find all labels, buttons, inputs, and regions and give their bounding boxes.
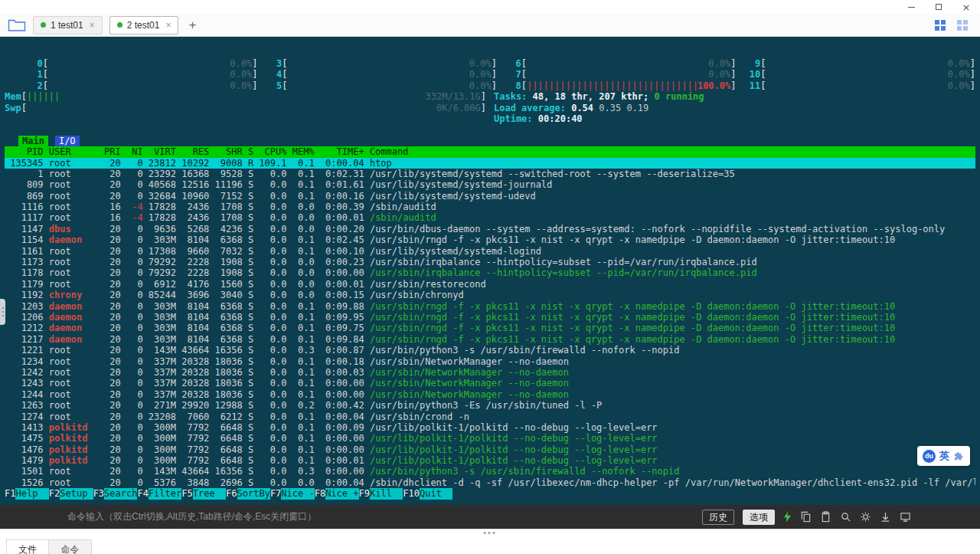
fkey-F9[interactable]: F9 [359,488,370,499]
fkey-label-F1[interactable]: Help [15,488,48,499]
monitor-icon[interactable] [900,511,911,523]
close-button[interactable]: × [952,0,980,14]
meter-value: 0.0% [469,80,492,91]
fkey-label-F2[interactable]: Setup [60,488,93,499]
process-command: /usr/sbin/NetworkManager --no-daemon [370,356,975,367]
process-row-135345[interactable]: 135345 root 20 0 23812 10292 9008 R 109.… [5,158,975,169]
panel-resize-handle[interactable]: ••• [483,529,497,537]
process-row-1173[interactable]: 1173 root 20 0 79292 2228 1908 S 0.0 0.0… [5,257,975,267]
fkey-label-F8[interactable]: Nice + [325,488,358,499]
fkey-label-F10[interactable]: Quit [420,488,452,499]
process-command: /usr/lib/polkit-1/polkitd --no-debug --l… [370,433,975,444]
fkey-F4[interactable]: F4 [137,488,148,499]
process-row-1244[interactable]: 1244 root 20 0 337M 20328 18036 S 0.0 0.… [5,389,975,400]
tab-test01-1[interactable]: 1 test01 × [33,16,103,34]
process-row-1116[interactable]: 1116 root 16 -4 17828 2436 1708 S 0.0 0.… [5,202,975,212]
process-row-1117[interactable]: 1117 root 16 -4 17828 2436 1708 S 0.0 0.… [5,212,975,223]
process-command: /usr/lib/polkit-1/polkitd --no-debug --l… [370,444,975,455]
grid-layout-icon[interactable] [957,20,968,31]
bottom-panel: ••• 文件 命令 [0,529,980,554]
process-row-1274[interactable]: 1274 root 20 0 23208 7060 6212 S 0.0 0.1… [5,411,975,422]
process-row-1234[interactable]: 1234 root 20 0 337M 20328 18036 S 0.0 0.… [5,356,975,367]
process-row-1178[interactable]: 1178 root 20 0 79292 2228 1908 S 0.0 0.0… [5,267,975,278]
sessions-folder-button[interactable] [8,18,26,31]
meter-label: 2 [26,80,43,91]
command-input[interactable]: 命令输入（双击Ctrl切换,Alt历史,Tab路径/命令,Esc关闭窗口） [67,510,316,523]
process-command: /usr/lib/systemd/systemd-logind [370,246,975,257]
fkey-F8[interactable]: F8 [315,488,325,499]
process-command: /sbin/auditd [370,212,975,223]
download-icon[interactable] [880,511,891,523]
tab-close-icon[interactable]: × [90,20,95,31]
process-command: /usr/lib/systemd/systemd-journald [370,179,975,190]
process-row-809[interactable]: 809 root 20 0 40568 12516 11196 S 0.0 0.… [5,179,975,190]
process-row-1147[interactable]: 1147 dbus 20 0 9636 5268 4236 S 0.0 0.0 … [5,224,975,234]
process-row-1212[interactable]: 1212 daemon 20 0 303M 8104 6368 S 0.0 0.… [5,323,975,333]
minimize-button[interactable] [897,0,925,14]
bottom-tab-files[interactable]: 文件 [6,539,49,554]
screen: { "colors": { "terminal_bg": "#0c3e50", … [0,0,980,554]
cpu-meter-7: 7[0.0%] [505,69,737,80]
terminal[interactable]: 0[0.0%] 1[0.0%] 2[0.0%] 3[0.0%] 4[0.0%] … [0,37,980,505]
fkey-F3[interactable]: F3 [93,488,104,499]
fkey-F2[interactable]: F2 [49,488,60,499]
options-button[interactable]: 选项 [743,510,775,525]
process-table-header[interactable]: PID USER PRI NI VIRT RES SHR S CPU% MEM%… [5,146,975,157]
copy-icon[interactable] [800,511,812,523]
history-button[interactable]: 历史 [702,510,734,525]
fkey-label-F6[interactable]: SortBy [237,488,270,499]
bottom-tab-commands[interactable]: 命令 [49,539,92,554]
process-row-1243[interactable]: 1243 root 20 0 337M 20328 18036 S 0.0 0.… [5,378,975,388]
fkey-label-F9[interactable]: Kill [370,488,403,499]
process-row-1242[interactable]: 1242 root 20 0 337M 20328 18036 S 0.0 0.… [5,367,975,378]
process-row-1161[interactable]: 1161 root 20 0 17308 9660 7032 S 0.0 0.1… [5,246,975,257]
process-row-1192[interactable]: 1192 chrony 20 0 85244 3696 3040 S 0.0 0… [5,290,975,300]
process-row-1526[interactable]: 1526 root 20 0 5376 3848 2696 S 0.0 0.0 … [5,477,975,488]
cpu-meter-4: 4[0.0%] [266,69,498,80]
process-command: /usr/sbin/restorecond [370,279,975,290]
search-icon[interactable] [840,511,851,523]
htop-screen-tab-Main[interactable]: Main [18,136,48,146]
left-panel-handle[interactable] [0,299,5,325]
fkey-F6[interactable]: F6 [226,488,237,499]
fkey-label-F5[interactable]: Tree [193,488,226,499]
meter-value: 332M/13.1G [426,91,481,102]
gear-icon[interactable] [860,511,871,523]
fkey-F10[interactable]: F10 [403,488,420,499]
fkey-F7[interactable]: F7 [270,488,281,499]
tab-bar: 1 test01 × 2 test01 × + [0,14,980,37]
htop-screen-tab-I/O[interactable]: I/O [55,136,80,146]
process-row-1217[interactable]: 1217 daemon 20 0 303M 8104 6368 S 0.0 0.… [5,334,975,345]
process-row-1479[interactable]: 1479 polkitd 20 0 300M 7792 6648 S 0.0 0… [5,455,975,466]
process-row-1476[interactable]: 1476 polkitd 20 0 300M 7792 6648 S 0.0 0… [5,444,975,455]
tab-close-icon[interactable]: × [165,20,171,31]
process-row-1413[interactable]: 1413 polkitd 20 0 300M 7792 6648 S 0.0 0… [5,422,975,433]
fkey-label-F3[interactable]: Search [104,488,137,499]
ime-mode-label[interactable]: 英 [939,449,949,463]
fkey-label-F7[interactable]: Nice - [281,488,314,499]
fkey-F1[interactable]: F1 [5,488,15,499]
ime-badge: du 英 [917,446,970,466]
split-screen-icon[interactable] [935,20,946,31]
fkey-F5[interactable]: F5 [181,488,192,499]
process-table: 135345 root 20 0 23812 10292 9008 R 109.… [5,158,975,489]
process-row-869[interactable]: 869 root 20 0 32684 10960 7152 S 0.0 0.1… [5,191,975,202]
puzzle-icon[interactable] [953,451,965,462]
close-icon: × [962,2,971,12]
process-row-1203[interactable]: 1203 daemon 20 0 303M 8104 6368 S 0.0 0.… [5,301,975,312]
process-row-1206[interactable]: 1206 daemon 20 0 303M 8104 6368 S 0.0 0.… [5,312,975,323]
process-row-1154[interactable]: 1154 daemon 20 0 303M 8104 6368 S 0.0 0.… [5,234,975,245]
clipboard-icon[interactable] [820,511,831,523]
fkey-label-F4[interactable]: Filter [149,488,181,499]
maximize-button[interactable] [925,0,952,14]
process-row-1475[interactable]: 1475 polkitd 20 0 300M 7792 6648 S 0.0 0… [5,433,975,444]
process-row-1179[interactable]: 1179 root 20 0 6912 4176 1560 S 0.0 0.0 … [5,279,975,290]
lightning-icon[interactable] [783,511,792,523]
process-row-1221[interactable]: 1221 root 20 0 143M 43664 16356 S 0.0 0.… [5,345,975,356]
session-status-icon [117,22,122,28]
tab-test01-2[interactable]: 2 test01 × [109,16,179,34]
process-row-1263[interactable]: 1263 root 20 0 271M 29920 12988 S 0.0 0.… [5,400,975,411]
process-row-1501[interactable]: 1501 root 20 0 143M 43664 16356 S 0.0 0.… [5,466,975,477]
process-row-1[interactable]: 1 root 20 0 23292 16368 9528 S 0.0 0.1 0… [5,169,975,179]
new-tab-button[interactable]: + [185,18,199,33]
